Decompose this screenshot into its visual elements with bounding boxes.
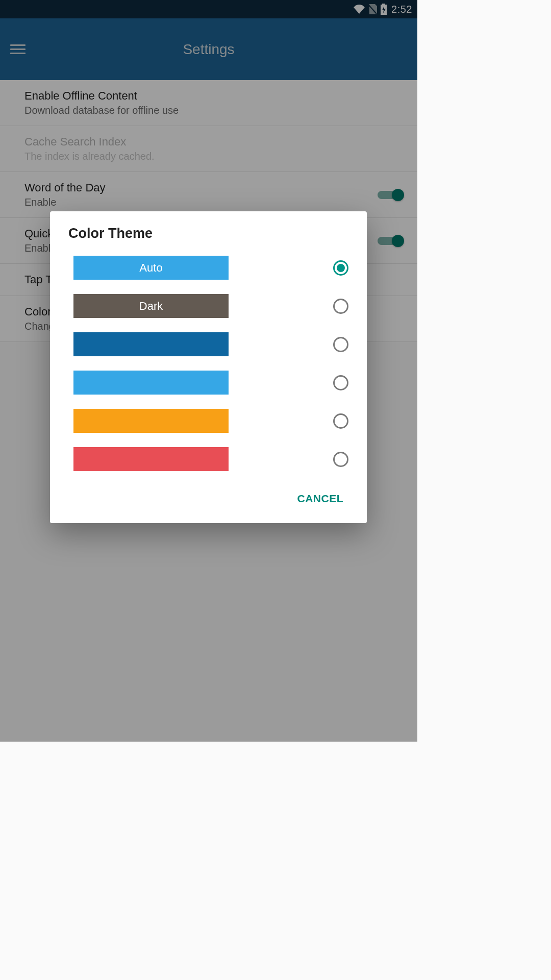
theme-label: Dark — [139, 300, 163, 313]
radio-button[interactable] — [333, 413, 348, 429]
radio-button[interactable] — [333, 452, 348, 467]
theme-option[interactable]: Auto — [50, 249, 367, 287]
theme-option[interactable] — [50, 440, 367, 478]
radio-button[interactable] — [333, 375, 348, 390]
theme-option[interactable] — [50, 325, 367, 363]
theme-option[interactable] — [50, 402, 367, 440]
theme-label: Auto — [139, 261, 162, 275]
theme-swatch — [73, 409, 229, 433]
radio-button[interactable] — [333, 260, 348, 276]
dialog-actions: CANCEL — [50, 478, 367, 517]
theme-swatch: Dark — [73, 294, 229, 318]
theme-option[interactable] — [50, 363, 367, 402]
theme-option[interactable]: Dark — [50, 287, 367, 325]
theme-swatch — [73, 332, 229, 356]
dialog-title: Color Theme — [50, 226, 367, 249]
cancel-button[interactable]: CANCEL — [290, 487, 351, 510]
radio-button[interactable] — [333, 299, 348, 314]
radio-button[interactable] — [333, 337, 348, 352]
color-theme-dialog: Color Theme AutoDark CANCEL — [50, 211, 367, 523]
theme-swatch: Auto — [73, 256, 229, 280]
theme-swatch — [73, 371, 229, 395]
theme-option-list: AutoDark — [50, 249, 367, 478]
theme-swatch — [73, 447, 229, 471]
